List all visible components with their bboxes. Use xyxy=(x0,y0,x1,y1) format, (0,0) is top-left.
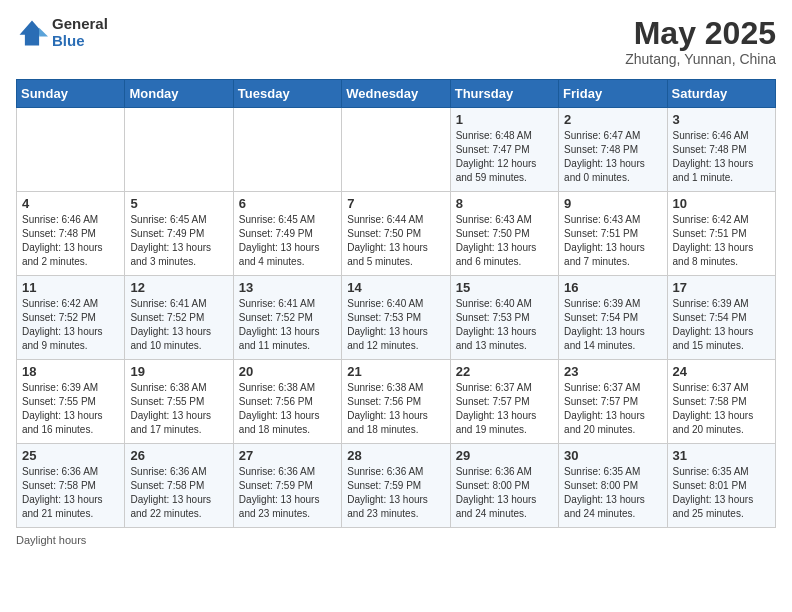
calendar-cell: 19Sunrise: 6:38 AM Sunset: 7:55 PM Dayli… xyxy=(125,360,233,444)
calendar-cell: 28Sunrise: 6:36 AM Sunset: 7:59 PM Dayli… xyxy=(342,444,450,528)
calendar-cell: 24Sunrise: 6:37 AM Sunset: 7:58 PM Dayli… xyxy=(667,360,775,444)
day-info: Sunrise: 6:47 AM Sunset: 7:48 PM Dayligh… xyxy=(564,129,661,185)
calendar-cell: 3Sunrise: 6:46 AM Sunset: 7:48 PM Daylig… xyxy=(667,108,775,192)
header-day-wednesday: Wednesday xyxy=(342,80,450,108)
header-day-sunday: Sunday xyxy=(17,80,125,108)
calendar-cell: 22Sunrise: 6:37 AM Sunset: 7:57 PM Dayli… xyxy=(450,360,558,444)
svg-marker-1 xyxy=(39,27,48,36)
day-number: 27 xyxy=(239,448,336,463)
week-row-2: 4Sunrise: 6:46 AM Sunset: 7:48 PM Daylig… xyxy=(17,192,776,276)
day-number: 20 xyxy=(239,364,336,379)
day-info: Sunrise: 6:38 AM Sunset: 7:56 PM Dayligh… xyxy=(347,381,444,437)
calendar-cell: 1Sunrise: 6:48 AM Sunset: 7:47 PM Daylig… xyxy=(450,108,558,192)
day-number: 2 xyxy=(564,112,661,127)
calendar-cell: 18Sunrise: 6:39 AM Sunset: 7:55 PM Dayli… xyxy=(17,360,125,444)
calendar-location: Zhutang, Yunnan, China xyxy=(625,51,776,67)
calendar-cell xyxy=(342,108,450,192)
calendar-cell: 15Sunrise: 6:40 AM Sunset: 7:53 PM Dayli… xyxy=(450,276,558,360)
day-number: 19 xyxy=(130,364,227,379)
header-row: SundayMondayTuesdayWednesdayThursdayFrid… xyxy=(17,80,776,108)
title-block: May 2025 Zhutang, Yunnan, China xyxy=(625,16,776,67)
footer-daylight: Daylight hours xyxy=(16,534,776,546)
day-number: 30 xyxy=(564,448,661,463)
calendar-cell: 2Sunrise: 6:47 AM Sunset: 7:48 PM Daylig… xyxy=(559,108,667,192)
day-info: Sunrise: 6:37 AM Sunset: 7:58 PM Dayligh… xyxy=(673,381,770,437)
calendar-cell xyxy=(17,108,125,192)
calendar-cell xyxy=(125,108,233,192)
day-number: 24 xyxy=(673,364,770,379)
day-info: Sunrise: 6:37 AM Sunset: 7:57 PM Dayligh… xyxy=(564,381,661,437)
day-info: Sunrise: 6:45 AM Sunset: 7:49 PM Dayligh… xyxy=(239,213,336,269)
day-number: 22 xyxy=(456,364,553,379)
calendar-cell: 9Sunrise: 6:43 AM Sunset: 7:51 PM Daylig… xyxy=(559,192,667,276)
day-number: 21 xyxy=(347,364,444,379)
day-number: 9 xyxy=(564,196,661,211)
day-info: Sunrise: 6:40 AM Sunset: 7:53 PM Dayligh… xyxy=(347,297,444,353)
day-info: Sunrise: 6:39 AM Sunset: 7:54 PM Dayligh… xyxy=(673,297,770,353)
calendar-cell: 11Sunrise: 6:42 AM Sunset: 7:52 PM Dayli… xyxy=(17,276,125,360)
calendar-cell: 10Sunrise: 6:42 AM Sunset: 7:51 PM Dayli… xyxy=(667,192,775,276)
day-info: Sunrise: 6:38 AM Sunset: 7:55 PM Dayligh… xyxy=(130,381,227,437)
calendar-cell: 21Sunrise: 6:38 AM Sunset: 7:56 PM Dayli… xyxy=(342,360,450,444)
logo-blue-text: Blue xyxy=(52,33,108,50)
calendar-cell: 29Sunrise: 6:36 AM Sunset: 8:00 PM Dayli… xyxy=(450,444,558,528)
day-info: Sunrise: 6:36 AM Sunset: 8:00 PM Dayligh… xyxy=(456,465,553,521)
day-info: Sunrise: 6:42 AM Sunset: 7:52 PM Dayligh… xyxy=(22,297,119,353)
day-number: 4 xyxy=(22,196,119,211)
day-number: 14 xyxy=(347,280,444,295)
day-info: Sunrise: 6:43 AM Sunset: 7:51 PM Dayligh… xyxy=(564,213,661,269)
logo-text: General Blue xyxy=(52,16,108,49)
header-day-saturday: Saturday xyxy=(667,80,775,108)
calendar-body: 1Sunrise: 6:48 AM Sunset: 7:47 PM Daylig… xyxy=(17,108,776,528)
calendar-cell: 31Sunrise: 6:35 AM Sunset: 8:01 PM Dayli… xyxy=(667,444,775,528)
day-number: 25 xyxy=(22,448,119,463)
day-info: Sunrise: 6:36 AM Sunset: 7:58 PM Dayligh… xyxy=(22,465,119,521)
calendar-cell: 26Sunrise: 6:36 AM Sunset: 7:58 PM Dayli… xyxy=(125,444,233,528)
week-row-5: 25Sunrise: 6:36 AM Sunset: 7:58 PM Dayli… xyxy=(17,444,776,528)
header-day-friday: Friday xyxy=(559,80,667,108)
week-row-3: 11Sunrise: 6:42 AM Sunset: 7:52 PM Dayli… xyxy=(17,276,776,360)
day-number: 1 xyxy=(456,112,553,127)
day-number: 29 xyxy=(456,448,553,463)
day-number: 8 xyxy=(456,196,553,211)
day-info: Sunrise: 6:41 AM Sunset: 7:52 PM Dayligh… xyxy=(130,297,227,353)
week-row-4: 18Sunrise: 6:39 AM Sunset: 7:55 PM Dayli… xyxy=(17,360,776,444)
day-info: Sunrise: 6:36 AM Sunset: 7:58 PM Dayligh… xyxy=(130,465,227,521)
day-number: 12 xyxy=(130,280,227,295)
calendar-cell: 12Sunrise: 6:41 AM Sunset: 7:52 PM Dayli… xyxy=(125,276,233,360)
day-number: 7 xyxy=(347,196,444,211)
logo-icon xyxy=(16,17,48,49)
calendar-title: May 2025 xyxy=(625,16,776,51)
day-info: Sunrise: 6:43 AM Sunset: 7:50 PM Dayligh… xyxy=(456,213,553,269)
day-number: 18 xyxy=(22,364,119,379)
day-number: 3 xyxy=(673,112,770,127)
day-number: 16 xyxy=(564,280,661,295)
calendar-cell: 14Sunrise: 6:40 AM Sunset: 7:53 PM Dayli… xyxy=(342,276,450,360)
page-header: General Blue May 2025 Zhutang, Yunnan, C… xyxy=(16,16,776,67)
day-info: Sunrise: 6:39 AM Sunset: 7:54 PM Dayligh… xyxy=(564,297,661,353)
calendar-cell: 30Sunrise: 6:35 AM Sunset: 8:00 PM Dayli… xyxy=(559,444,667,528)
calendar-cell: 8Sunrise: 6:43 AM Sunset: 7:50 PM Daylig… xyxy=(450,192,558,276)
day-info: Sunrise: 6:37 AM Sunset: 7:57 PM Dayligh… xyxy=(456,381,553,437)
week-row-1: 1Sunrise: 6:48 AM Sunset: 7:47 PM Daylig… xyxy=(17,108,776,192)
calendar-cell: 23Sunrise: 6:37 AM Sunset: 7:57 PM Dayli… xyxy=(559,360,667,444)
calendar-cell: 7Sunrise: 6:44 AM Sunset: 7:50 PM Daylig… xyxy=(342,192,450,276)
logo-general-text: General xyxy=(52,16,108,33)
day-info: Sunrise: 6:35 AM Sunset: 8:00 PM Dayligh… xyxy=(564,465,661,521)
calendar-cell: 20Sunrise: 6:38 AM Sunset: 7:56 PM Dayli… xyxy=(233,360,341,444)
day-info: Sunrise: 6:38 AM Sunset: 7:56 PM Dayligh… xyxy=(239,381,336,437)
day-info: Sunrise: 6:46 AM Sunset: 7:48 PM Dayligh… xyxy=(22,213,119,269)
day-info: Sunrise: 6:42 AM Sunset: 7:51 PM Dayligh… xyxy=(673,213,770,269)
header-day-thursday: Thursday xyxy=(450,80,558,108)
day-info: Sunrise: 6:44 AM Sunset: 7:50 PM Dayligh… xyxy=(347,213,444,269)
day-info: Sunrise: 6:36 AM Sunset: 7:59 PM Dayligh… xyxy=(347,465,444,521)
calendar-cell: 17Sunrise: 6:39 AM Sunset: 7:54 PM Dayli… xyxy=(667,276,775,360)
header-day-monday: Monday xyxy=(125,80,233,108)
day-number: 5 xyxy=(130,196,227,211)
header-day-tuesday: Tuesday xyxy=(233,80,341,108)
day-info: Sunrise: 6:35 AM Sunset: 8:01 PM Dayligh… xyxy=(673,465,770,521)
day-info: Sunrise: 6:40 AM Sunset: 7:53 PM Dayligh… xyxy=(456,297,553,353)
calendar-cell: 4Sunrise: 6:46 AM Sunset: 7:48 PM Daylig… xyxy=(17,192,125,276)
day-number: 15 xyxy=(456,280,553,295)
logo: General Blue xyxy=(16,16,108,49)
